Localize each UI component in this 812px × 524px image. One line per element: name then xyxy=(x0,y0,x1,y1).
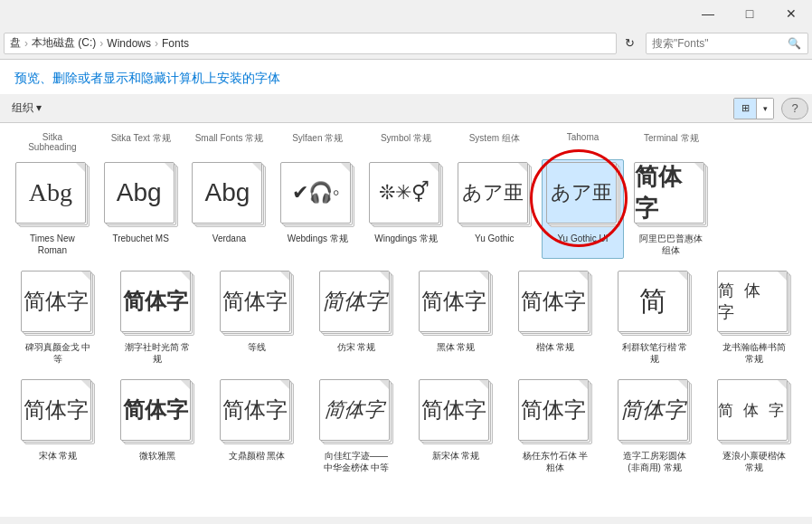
font-item-fangsong[interactable]: 简体字 仿宋 常规 xyxy=(309,268,403,367)
card-front: 简体字 xyxy=(21,271,91,332)
card-front: Abg xyxy=(15,162,86,224)
font-preview: 简 体 字 xyxy=(718,280,787,323)
font-item-verdana[interactable]: Abg Verdana xyxy=(188,159,271,259)
font-card-stack: 简体字 xyxy=(220,271,294,338)
font-preview: Abg xyxy=(117,178,162,207)
font-label: 黑体 常规 xyxy=(437,341,476,353)
font-label: Yu Gothic UI xyxy=(557,233,608,244)
refresh-button[interactable]: ↻ xyxy=(618,33,640,54)
font-item-trebuchet[interactable]: Abg Trebuchet MS xyxy=(99,159,183,259)
partial-top-row: SitkaSubheading Sitka Text 常规 Small Font… xyxy=(11,130,801,156)
font-preview: Abg xyxy=(29,178,72,207)
font-item-liqun[interactable]: 简 利群软笔行楷 常规 xyxy=(608,268,702,367)
font-label: Verdana xyxy=(212,233,246,244)
breadcrumb-part: 盘 xyxy=(10,35,21,51)
font-preview: 简体字 xyxy=(635,162,703,224)
search-input[interactable] xyxy=(652,37,788,50)
address-bar: 盘 › 本地磁盘 (C:) › Windows › Fonts ↻ 🔍 xyxy=(0,27,812,60)
font-label: 等线 xyxy=(248,341,266,353)
font-label: 文鼎颜楷 黑体 xyxy=(229,450,286,462)
font-item-wingdings[interactable]: ❊✳⚥ Wingdings 常规 xyxy=(364,159,448,259)
main-content: SitkaSubheading Sitka Text 常规 Small Font… xyxy=(0,123,812,517)
font-label: 楷体 常规 xyxy=(536,341,575,353)
font-item-alibaba[interactable]: 简体字 阿里巴巴普惠体组体 xyxy=(629,159,713,259)
breadcrumb-windows: Windows xyxy=(107,37,151,50)
font-card-stack: 简体字 xyxy=(220,379,294,447)
view-grid-button[interactable]: ⊞ xyxy=(734,99,756,119)
card-front: ✔🎧◦ xyxy=(280,162,351,224)
font-item-heiti[interactable]: 简体字 黑体 常规 xyxy=(409,268,503,367)
font-card-stack: 简体字 xyxy=(419,379,493,447)
font-label: 微软雅黑 xyxy=(139,450,175,462)
font-preview: 简体字 xyxy=(322,287,387,316)
font-card-stack: 简体字 xyxy=(518,379,592,447)
close-button[interactable]: ✕ xyxy=(770,0,812,27)
font-preview: 简体字 xyxy=(24,395,89,424)
font-item-dengxian[interactable]: 简体字 等线 xyxy=(210,268,304,367)
font-card-stack: 简体字 xyxy=(618,379,692,447)
card-front: 简体字 xyxy=(518,379,589,441)
title-bar: — □ ✕ xyxy=(0,0,812,27)
card-front: 简体字 xyxy=(319,379,390,441)
view-buttons: ⊞ ▾ xyxy=(733,98,774,119)
font-item-biyu[interactable]: 简体字 碑羽真颜金戈 中等 xyxy=(11,268,105,367)
organize-button[interactable]: 组织 ▾ xyxy=(4,98,50,119)
font-preview: 简体字 xyxy=(222,395,288,424)
card-front: ❊✳⚥ xyxy=(369,162,439,224)
card-front: 简体字 xyxy=(419,271,489,332)
font-item-yu-gothic[interactable]: あア亜 Yu Gothic xyxy=(453,159,536,259)
search-box[interactable]: 🔍 xyxy=(646,33,808,54)
font-card-stack: ❊✳⚥ xyxy=(369,162,443,230)
font-card-stack: 简体字 xyxy=(319,271,393,338)
font-label: Wingdings 常规 xyxy=(374,233,437,244)
font-item-yu-gothic-ui[interactable]: あア亜 Yu Gothic UI xyxy=(542,159,625,259)
font-preview: 简 体 字 xyxy=(718,400,786,421)
font-card-stack: 简体字 xyxy=(518,271,592,338)
help-button[interactable]: ? xyxy=(781,98,808,119)
font-item-zaozi[interactable]: 简体字 造字工房彩圆体(非商用) 常规 xyxy=(608,376,702,476)
partial-label-7: Tahoma xyxy=(542,130,625,156)
font-item-xiangjia[interactable]: 简体字 向佳红字迹——中华金榜体 中等 xyxy=(309,376,403,476)
font-card-stack: 简 xyxy=(618,271,692,338)
font-item-yangren[interactable]: 简体字 杨任东竹石体 半粗体 xyxy=(508,376,602,476)
font-item-yahei[interactable]: 简体字 微软雅黑 xyxy=(110,376,204,476)
partial-label-6: System 组体 xyxy=(453,130,536,156)
font-preview: あア亜 xyxy=(551,179,612,206)
partial-label-1: SitkaSubheading xyxy=(11,130,94,156)
font-card-stack: 简体字 xyxy=(21,379,95,447)
breadcrumb[interactable]: 盘 › 本地磁盘 (C:) › Windows › Fonts xyxy=(4,33,617,54)
card-front: 简体字 xyxy=(319,271,390,332)
font-item-zhulang[interactable]: 简 体 字 逐浪小禀硬楷体常规 xyxy=(707,376,801,476)
font-preview: ✔🎧◦ xyxy=(292,181,340,205)
font-item-kaiti[interactable]: 简体字 楷体 常规 xyxy=(508,268,602,367)
font-label: Yu Gothic xyxy=(475,233,514,244)
card-front: 简体字 xyxy=(518,271,589,332)
card-front: 简体字 xyxy=(419,379,489,441)
font-preview: 简体字 xyxy=(222,287,288,316)
maximize-button[interactable]: □ xyxy=(729,0,770,27)
font-preview: あア亜 xyxy=(462,179,524,206)
font-item-webdings[interactable]: ✔🎧◦ Webdings 常规 xyxy=(276,159,359,259)
font-row-1: Abg Times NewRoman Abg Trebuchet MS xyxy=(11,159,801,259)
font-item-songti[interactable]: 简体字 宋体 常规 xyxy=(11,376,105,476)
font-card-stack: ✔🎧◦ xyxy=(280,162,354,230)
font-item-times-new-roman[interactable]: Abg Times NewRoman xyxy=(11,159,94,259)
partial-label-4: Sylfaen 常规 xyxy=(276,130,359,156)
font-item-xinsongti[interactable]: 简体字 新宋体 常规 xyxy=(409,376,503,476)
card-front: 简体字 xyxy=(220,271,290,332)
font-item-longshu[interactable]: 简 体 字 龙书瀚临棒书简常规 xyxy=(707,268,801,367)
font-card-stack: 简体字 xyxy=(634,162,708,230)
toolbar: 组织 ▾ ⊞ ▾ ? xyxy=(0,94,812,123)
card-front: 简 xyxy=(618,271,688,332)
font-label: 阿里巴巴普惠体组体 xyxy=(639,233,703,256)
view-dropdown-button[interactable]: ▾ xyxy=(757,99,773,119)
font-item-chaozihe[interactable]: 简体字 潮字社时光简 常规 xyxy=(110,268,204,367)
minimize-button[interactable]: — xyxy=(687,0,729,27)
card-front: 简 体 字 xyxy=(717,271,788,332)
font-card-stack: Abg xyxy=(15,162,90,230)
partial-label-9 xyxy=(718,130,801,156)
font-preview: ❊✳⚥ xyxy=(379,181,430,205)
font-item-wending[interactable]: 简体字 文鼎颜楷 黑体 xyxy=(210,376,304,476)
help-icon: ? xyxy=(791,101,798,115)
font-card-stack: Abg xyxy=(192,162,266,230)
